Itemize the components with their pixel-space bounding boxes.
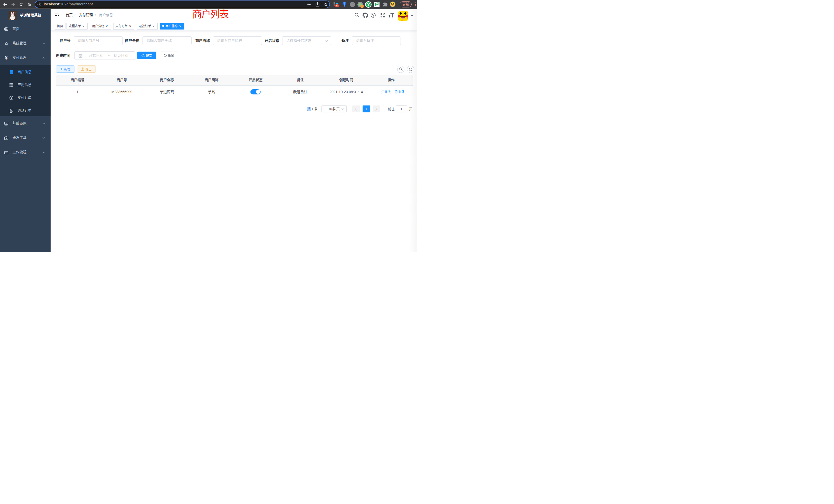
svg-text:10: 10 — [336, 4, 338, 7]
svg-text:⌘: ⌘ — [351, 3, 354, 6]
svg-text:1: 1 — [361, 5, 363, 7]
